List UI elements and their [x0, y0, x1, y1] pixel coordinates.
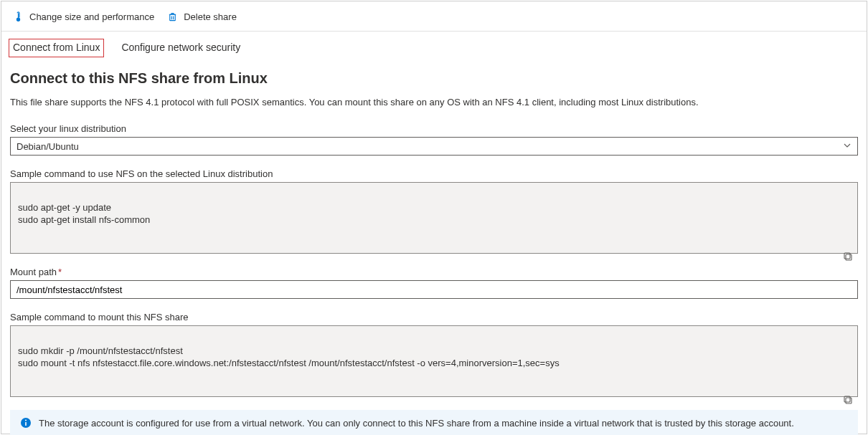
install-cmd-label: Sample command to use NFS on the selecte…	[10, 168, 858, 179]
distro-select[interactable]: Debian/Ubuntu	[10, 137, 858, 156]
delete-share-button[interactable]: Delete share	[167, 11, 237, 22]
tabs: Connect from Linux Configure network sec…	[1, 32, 867, 57]
chevron-down-icon	[843, 141, 852, 151]
change-size-button[interactable]: Change size and performance	[13, 11, 154, 22]
distro-selected-value: Debian/Ubuntu	[16, 141, 79, 152]
info-icon	[20, 417, 32, 429]
tab-network-security[interactable]: Configure network security	[117, 39, 245, 57]
page-title: Connect to this NFS share from Linux	[10, 70, 858, 87]
content: Connect to this NFS share from Linux Thi…	[1, 70, 867, 435]
tab-connect-linux[interactable]: Connect from Linux	[9, 39, 104, 57]
mount-cmd-label: Sample command to mount this NFS share	[10, 312, 858, 322]
share-connect-panel: Change size and performance Delete share…	[1, 1, 867, 434]
install-cmd-text: sudo apt-get -y update sudo apt-get inst…	[18, 202, 150, 226]
info-text: The storage account is configured for us…	[39, 418, 794, 429]
copy-icon[interactable]	[843, 239, 853, 249]
svg-rect-4	[846, 398, 852, 403]
change-size-label: Change size and performance	[29, 11, 154, 22]
required-asterisk: *	[58, 267, 62, 277]
trash-icon	[167, 11, 178, 22]
svg-rect-3	[844, 253, 850, 259]
mount-path-label: Mount path*	[10, 267, 858, 277]
svg-rect-1	[170, 14, 176, 20]
info-banner: The storage account is configured for us…	[10, 410, 858, 435]
mount-cmd-block: sudo mkdir -p /mount/nfstestacct/nfstest…	[10, 325, 858, 397]
delete-share-label: Delete share	[184, 11, 237, 22]
install-cmd-block: sudo apt-get -y update sudo apt-get inst…	[10, 182, 858, 254]
mount-cmd-text: sudo mkdir -p /mount/nfstestacct/nfstest…	[18, 345, 560, 369]
distro-label: Select your linux distribution	[10, 123, 858, 134]
svg-rect-5	[844, 396, 850, 402]
copy-icon[interactable]	[843, 382, 853, 392]
page-description: This file share supports the NFS 4.1 pro…	[10, 97, 858, 107]
svg-point-0	[16, 18, 19, 21]
mount-path-input[interactable]	[10, 280, 858, 299]
thermometer-icon	[13, 11, 24, 22]
toolbar: Change size and performance Delete share	[1, 1, 867, 32]
svg-rect-2	[846, 254, 852, 260]
svg-point-8	[25, 420, 27, 421]
svg-rect-7	[25, 422, 27, 426]
